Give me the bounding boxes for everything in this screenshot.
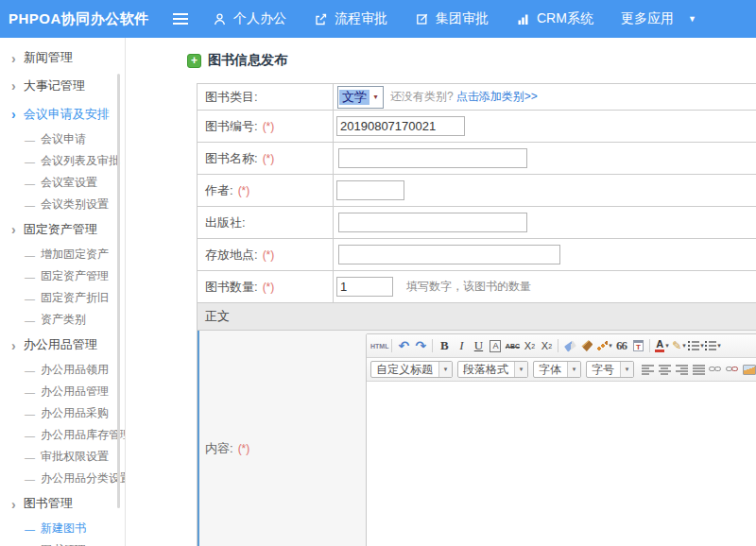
format-clear-button[interactable]: [578, 337, 595, 354]
sidebar-item-label: 增加固定资产: [41, 247, 109, 263]
category-select[interactable]: 文学 ▾: [337, 86, 384, 109]
sidebar-sub-item[interactable]: —办公用品管理: [0, 381, 125, 402]
dash-icon: —: [25, 430, 35, 441]
hamburger-menu-icon[interactable]: [173, 13, 188, 25]
add-category-link[interactable]: 点击添加类别>>: [456, 89, 538, 105]
book-name-input[interactable]: [338, 148, 527, 168]
font-size-select[interactable]: 字号 ▾: [586, 361, 634, 378]
ordered-list-icon: [688, 341, 699, 350]
nav-process-approval[interactable]: 流程审批: [314, 10, 387, 27]
sidebar-item-label: 图书管理: [41, 542, 86, 546]
required-mark: (*): [238, 184, 250, 197]
dash-icon: —: [25, 315, 35, 326]
ordered-list-button[interactable]: ▾: [687, 337, 704, 354]
dash-icon: —: [25, 293, 35, 304]
align-center-button[interactable]: [656, 361, 673, 378]
publisher-input[interactable]: [338, 213, 527, 232]
sidebar-sub-item[interactable]: —增加固定资产: [0, 244, 125, 265]
sidebar-group-item[interactable]: ›大事记管理: [0, 72, 125, 100]
sidebar-sub-item[interactable]: —图书管理: [0, 539, 125, 546]
sidebar-item-label: 新闻管理: [24, 49, 73, 66]
sidebar-sub-item[interactable]: —办公用品库存管理: [0, 424, 125, 446]
nav-label: 更多应用: [621, 10, 674, 27]
sidebar-sub-item[interactable]: —办公用品采购: [0, 402, 125, 424]
font-family-select[interactable]: 字体 ▾: [533, 361, 581, 378]
author-input[interactable]: [336, 180, 404, 200]
editor-toolbar-row2: 自定义标题 ▾ 段落格式 ▾ 字体 ▾: [367, 358, 756, 382]
sidebar-sub-item[interactable]: —新建图书: [0, 518, 125, 539]
strikethrough-button[interactable]: ABC: [504, 337, 521, 354]
sidebar-sub-item[interactable]: —会议室设置: [0, 172, 125, 194]
font-color-button[interactable]: A ▾: [653, 337, 670, 354]
eraser-button[interactable]: [561, 337, 578, 354]
insert-image-button[interactable]: [741, 361, 756, 378]
form-row-content: 内容: (*) HTML ↶ ↷ B I: [198, 331, 756, 546]
form-row-quantity: 图书数量: (*) 填写数字，该图书的数量: [198, 271, 756, 303]
nav-more-apps[interactable]: 更多应用: [621, 10, 674, 27]
blockquote-button[interactable]: 66: [612, 337, 629, 354]
custom-title-select[interactable]: 自定义标题 ▾: [370, 361, 453, 378]
book-no-input[interactable]: [336, 116, 465, 136]
undo-button[interactable]: ↶: [395, 337, 412, 354]
bold-button[interactable]: B: [436, 337, 453, 354]
sidebar-group-item[interactable]: ›固定资产管理: [0, 215, 125, 244]
paste-text-button[interactable]: T: [629, 337, 646, 354]
paragraph-format-select[interactable]: 段落格式 ▾: [457, 361, 528, 378]
italic-button[interactable]: I: [453, 337, 470, 354]
sidebar-item-label: 会议室设置: [41, 175, 97, 191]
format-painter-button[interactable]: ▾: [595, 337, 612, 354]
superscript-button[interactable]: X2: [521, 337, 538, 354]
sidebar-group-item[interactable]: ›新闻管理: [0, 43, 125, 72]
font-color-swatch: [655, 350, 664, 352]
link-button[interactable]: [707, 361, 724, 378]
align-right-button[interactable]: [673, 361, 690, 378]
quantity-input[interactable]: [336, 277, 393, 297]
sidebar-sub-item[interactable]: —会议类别设置: [0, 194, 125, 215]
sidebar-group-item[interactable]: ›图书管理: [0, 489, 125, 518]
dropdown-arrow-icon: ▾: [438, 362, 452, 377]
body-section-header: 正文: [198, 303, 756, 331]
unordered-list-button[interactable]: ▾: [704, 337, 721, 354]
unlink-icon: [726, 366, 739, 374]
underline-button[interactable]: U: [470, 337, 487, 354]
unlink-button[interactable]: [724, 361, 741, 378]
justify-button[interactable]: [690, 361, 707, 378]
font-border-button[interactable]: A: [490, 340, 501, 352]
sidebar-sub-item[interactable]: —办公用品分类设置: [0, 468, 125, 489]
form-row-book-no: 图书编号: (*): [198, 111, 756, 143]
nav-crm-system[interactable]: CRM系统: [516, 10, 593, 27]
sidebar-group-item[interactable]: ›办公用品管理: [0, 331, 125, 359]
sidebar-sub-item[interactable]: —资产类别: [0, 309, 125, 331]
caret-down-icon[interactable]: ▼: [688, 14, 696, 24]
dash-icon: —: [25, 386, 35, 398]
highlight-pen-button[interactable]: ✎▾: [670, 337, 687, 354]
nav-label: CRM系统: [537, 10, 593, 27]
sidebar-sub-item[interactable]: —会议申请: [0, 128, 125, 150]
dash-icon: —: [25, 473, 35, 485]
align-left-button[interactable]: [639, 361, 656, 378]
dash-icon: —: [25, 134, 35, 145]
nav-personal-office[interactable]: 个人办公: [213, 10, 286, 27]
location-input[interactable]: [338, 245, 560, 264]
sidebar-item-label: 办公用品采购: [41, 405, 109, 421]
sidebar-item-label: 固定资产管理: [41, 268, 109, 284]
user-icon: [213, 12, 227, 26]
sidebar-item-label: 新建图书: [41, 520, 86, 537]
sidebar-sub-item[interactable]: —固定资产管理: [0, 265, 125, 287]
align-left-icon: [642, 365, 654, 375]
nav-group-approval[interactable]: 集团审批: [415, 10, 489, 27]
sidebar-scrollbar[interactable]: [117, 74, 120, 508]
chevron-right-icon: ›: [11, 106, 16, 123]
dash-icon: —: [25, 178, 35, 189]
sidebar-item-label: 审批权限设置: [41, 449, 109, 465]
html-source-button[interactable]: HTML: [370, 337, 388, 354]
editor-content-area[interactable]: [367, 382, 756, 546]
sidebar-group-item[interactable]: ›会议申请及安排: [0, 100, 125, 128]
sidebar-sub-item[interactable]: —会议列表及审批: [0, 150, 125, 172]
redo-button[interactable]: ↷: [412, 337, 429, 354]
sidebar-sub-item[interactable]: —固定资产折旧: [0, 287, 125, 309]
subscript-button[interactable]: X2: [538, 337, 555, 354]
sidebar-sub-item[interactable]: —审批权限设置: [0, 446, 125, 468]
paste-text-icon: T: [633, 340, 644, 351]
sidebar-sub-item[interactable]: —办公用品领用: [0, 359, 125, 381]
